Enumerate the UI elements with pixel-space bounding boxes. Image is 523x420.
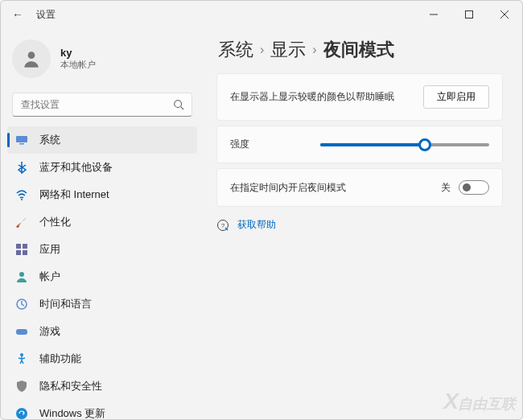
strength-slider[interactable] <box>320 143 489 146</box>
card-description: 在显示器上显示较暖的颜色以帮助睡眠 立即启用 <box>216 73 503 121</box>
clock-icon <box>15 298 28 311</box>
back-button[interactable]: ← <box>12 8 23 21</box>
minimize-button[interactable] <box>416 1 451 28</box>
sidebar-item-brush[interactable]: 个性化 <box>7 208 197 236</box>
svg-text:?: ? <box>221 222 225 229</box>
svg-rect-7 <box>16 136 27 142</box>
main-pane: 系统 › 显示 › 夜间模式 在显示器上显示较暖的颜色以帮助睡眠 立即启用 强度… <box>200 28 522 419</box>
slider-thumb[interactable] <box>418 138 431 151</box>
person-icon <box>15 270 28 283</box>
sidebar-item-label: 蓝牙和其他设备 <box>39 160 113 175</box>
get-help-link[interactable]: ? 获取帮助 <box>216 218 503 232</box>
user-name: ky <box>60 47 96 59</box>
sidebar-item-label: Windows 更新 <box>39 406 105 419</box>
svg-point-10 <box>17 225 19 228</box>
breadcrumb-system[interactable]: 系统 <box>218 38 253 62</box>
search-icon <box>173 99 184 110</box>
nav-list: 系统蓝牙和其他设备网络和 Internet个性化应用帐户时间和语言游戏辅助功能隐… <box>7 126 197 419</box>
svg-rect-11 <box>16 244 21 249</box>
sidebar-item-label: 系统 <box>39 133 60 147</box>
shield-icon <box>15 380 28 393</box>
sidebar-item-label: 应用 <box>39 242 60 257</box>
sidebar-item-shield[interactable]: 隐私和安全性 <box>7 373 197 400</box>
sidebar-item-accessibility[interactable]: 辅助功能 <box>7 345 197 373</box>
sidebar-item-gamepad[interactable]: 游戏 <box>7 318 197 345</box>
maximize-button[interactable] <box>451 1 487 28</box>
strength-label: 强度 <box>230 138 249 151</box>
search-box <box>12 93 192 117</box>
chevron-right-icon: › <box>312 43 316 57</box>
help-label: 获取帮助 <box>237 218 276 232</box>
svg-rect-14 <box>23 250 27 255</box>
wifi-icon <box>15 188 28 201</box>
window-title: 设置 <box>36 8 56 22</box>
sidebar-item-label: 时间和语言 <box>39 297 92 311</box>
gamepad-icon <box>15 325 28 338</box>
svg-rect-17 <box>16 329 27 335</box>
sidebar-item-monitor[interactable]: 系统 <box>7 126 197 154</box>
help-icon: ? <box>216 219 229 232</box>
monitor-icon <box>15 134 28 146</box>
search-input[interactable] <box>12 93 192 117</box>
svg-rect-1 <box>466 11 473 19</box>
schedule-toggle[interactable] <box>459 180 489 195</box>
svg-point-4 <box>28 51 35 59</box>
apps-icon <box>15 243 28 256</box>
sidebar-item-label: 个性化 <box>39 215 71 229</box>
svg-line-6 <box>181 107 184 110</box>
title-bar: ← 设置 <box>1 1 522 28</box>
sidebar-item-label: 网络和 Internet <box>39 187 109 202</box>
sidebar-item-apps[interactable]: 应用 <box>7 236 197 263</box>
svg-rect-13 <box>16 250 21 255</box>
user-type: 本地帐户 <box>60 59 96 71</box>
sidebar-item-label: 辅助功能 <box>39 352 81 366</box>
sidebar-item-clock[interactable]: 时间和语言 <box>7 290 197 318</box>
description-text: 在显示器上显示较暖的颜色以帮助睡眠 <box>230 90 394 104</box>
sidebar-item-label: 隐私和安全性 <box>39 379 102 393</box>
bluetooth-icon <box>15 161 28 174</box>
breadcrumb: 系统 › 显示 › 夜间模式 <box>218 38 503 62</box>
schedule-label: 在指定时间内开启夜间模式 <box>230 181 346 195</box>
sidebar-item-label: 帐户 <box>39 270 60 284</box>
accessibility-icon <box>15 352 28 365</box>
sidebar-item-person[interactable]: 帐户 <box>7 263 197 290</box>
enable-now-button[interactable]: 立即启用 <box>423 85 489 109</box>
sidebar: ky 本地帐户 系统蓝牙和其他设备网络和 Internet个性化应用帐户时间和语… <box>1 28 200 419</box>
toggle-state-text: 关 <box>441 181 451 195</box>
breadcrumb-display[interactable]: 显示 <box>270 38 306 62</box>
close-button[interactable] <box>487 1 522 28</box>
window-controls <box>416 1 522 28</box>
sidebar-item-wifi[interactable]: 网络和 Internet <box>7 181 197 208</box>
card-schedule: 在指定时间内开启夜间模式 关 <box>216 168 503 207</box>
svg-point-19 <box>16 408 27 419</box>
sidebar-item-update[interactable]: Windows 更新 <box>7 400 197 419</box>
update-icon <box>15 407 28 419</box>
card-strength: 强度 <box>216 126 503 163</box>
svg-rect-8 <box>19 143 24 145</box>
svg-rect-12 <box>23 244 27 249</box>
breadcrumb-current: 夜间模式 <box>323 38 394 62</box>
sidebar-item-label: 游戏 <box>39 324 60 339</box>
avatar <box>12 39 51 78</box>
brush-icon <box>15 216 28 229</box>
user-block[interactable]: ky 本地帐户 <box>7 35 197 89</box>
svg-point-9 <box>21 199 23 200</box>
svg-point-5 <box>175 101 182 108</box>
person-icon <box>21 48 42 69</box>
sidebar-item-bluetooth[interactable]: 蓝牙和其他设备 <box>7 154 197 181</box>
svg-point-18 <box>20 353 23 356</box>
chevron-right-icon: › <box>260 43 264 57</box>
svg-point-15 <box>19 272 24 277</box>
